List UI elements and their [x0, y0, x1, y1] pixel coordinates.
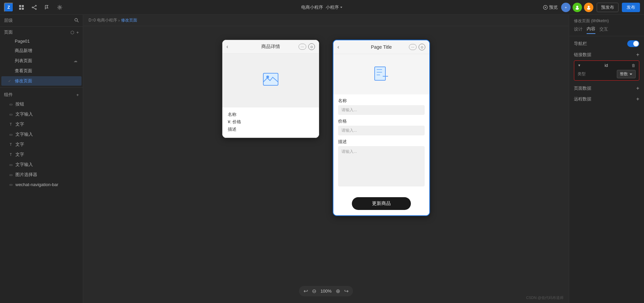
left-phone-back-button[interactable]: ‹	[226, 44, 228, 50]
breadcrumb-current: 修改页面	[121, 17, 137, 23]
link-data-item-id-header: ▼ id 🗑	[578, 63, 636, 68]
logo-button[interactable]: Z	[4, 3, 13, 12]
right-panel: 修改页面 (lih9ketm) 设计 内容 交互 导航栏 链接数据 +	[569, 15, 644, 303]
zoom-out-button[interactable]: ⊖	[312, 288, 316, 294]
pre-publish-button[interactable]: 预发布	[597, 3, 619, 12]
breadcrumb: D↑0 电商小程序 › 修改页面	[83, 15, 569, 26]
sidebar-comp-textinput-3[interactable]: ▭ 文字输入	[1, 160, 82, 169]
svg-point-12	[576, 6, 578, 8]
top-toolbar: Z 电商小程序 小程序 预览 +	[0, 0, 644, 15]
pages-section-add-button[interactable]: +	[76, 30, 79, 35]
avatar-2	[573, 3, 582, 12]
left-field-name-label: 名称	[228, 112, 314, 118]
sidebar-comp-nav-bar[interactable]: ▭ wechat-navigation-bar	[1, 180, 82, 189]
svg-point-13	[576, 8, 579, 10]
svg-line-17	[77, 21, 79, 22]
right-phone-frame[interactable]: ‹ Page Title ··· ⊙	[333, 40, 430, 216]
comp-text-2-icon: T	[8, 142, 13, 147]
sidebar-item-edit-page[interactable]: ✓ 修改页面	[1, 76, 82, 86]
left-phone-frame[interactable]: ‹ 商品详情 ··· ⊙	[222, 40, 319, 138]
tab-interact[interactable]: 交互	[599, 26, 608, 34]
left-phone-dots[interactable]: ···	[299, 44, 306, 50]
navbar-toggle[interactable]	[627, 40, 639, 47]
tab-content[interactable]: 内容	[587, 26, 595, 34]
comp-textinput-icon: ▭	[8, 112, 13, 117]
components-section-label: 组件	[4, 92, 13, 98]
right-field-price: 价格 请输入...	[338, 118, 425, 135]
link-data-delete-button[interactable]: 🗑	[632, 63, 636, 68]
right-field-desc-label: 描述	[338, 139, 425, 145]
mini-program-name: 电商小程序	[301, 4, 323, 10]
link-data-header: 链接数据 +	[574, 52, 639, 58]
sidebar-item-product-new[interactable]: 商品新增	[1, 46, 82, 55]
right-field-desc: 描述 请输入...	[338, 139, 425, 186]
svg-point-16	[75, 18, 77, 21]
sidebar-comp-text-3[interactable]: T 文字	[1, 150, 82, 159]
toolbar-center: 电商小程序 小程序	[301, 4, 343, 10]
right-phone-target[interactable]: ⊙	[419, 44, 425, 50]
sidebar-comp-textinput-2-label: 文字输入	[15, 131, 33, 137]
pages-section-actions: ⬡ +	[70, 30, 79, 35]
canvas-content: ‹ 商品详情 ··· ⊙	[83, 26, 569, 303]
link-data-type-select[interactable]: 整数	[617, 70, 636, 78]
sidebar-comp-text-3-label: 文字	[15, 152, 24, 158]
svg-rect-2	[19, 8, 21, 10]
left-phone-image-area	[222, 54, 319, 107]
remote-data-label: 远程数据	[574, 96, 591, 102]
comp-image-icon: ▭	[8, 172, 13, 177]
share-icon-button[interactable]	[30, 3, 39, 12]
sidebar-comp-text-1[interactable]: T 文字	[1, 120, 82, 129]
comp-button-icon: ▭	[8, 101, 13, 107]
right-panel-body: 导航栏 链接数据 + ▼ id 🗑	[569, 36, 644, 303]
link-data-label: 链接数据	[574, 52, 591, 58]
pages-section-copy-button[interactable]: ⬡	[70, 30, 74, 35]
tab-design[interactable]: 设计	[574, 26, 583, 34]
left-phone-navbar: ‹ 商品详情 ··· ⊙	[222, 40, 319, 54]
flag-icon-button[interactable]	[42, 3, 52, 12]
grid-icon-button[interactable]	[17, 3, 26, 12]
components-add-button[interactable]: +	[76, 92, 79, 97]
right-field-price-label: 价格	[338, 118, 425, 124]
components-section-header: 组件 +	[0, 89, 83, 99]
release-button[interactable]: 发布	[622, 3, 640, 12]
sidebar-search-button[interactable]	[74, 18, 79, 24]
svg-point-14	[588, 6, 590, 8]
link-data-collapse-arrow[interactable]: ▼	[578, 63, 581, 67]
mini-program-dropdown[interactable]: 小程序	[326, 4, 343, 10]
sidebar-item-page01[interactable]: Page01	[1, 37, 82, 45]
sidebar-comp-image-picker[interactable]: ▭ 图片选择器	[1, 170, 82, 179]
page-data-label: 页面数据	[574, 85, 591, 91]
sidebar-comp-button[interactable]: ▭ 按钮	[1, 99, 82, 109]
toolbar-right: 预览 + 预发布 发布	[543, 3, 640, 12]
breadcrumb-separator: ›	[118, 18, 120, 23]
redo-button[interactable]: ↪	[344, 288, 348, 294]
zoom-in-button[interactable]: ⊕	[336, 288, 340, 294]
sidebar-comp-text-2[interactable]: T 文字	[1, 140, 82, 149]
settings-icon-button[interactable]	[55, 3, 64, 12]
right-phone-dots[interactable]: ···	[409, 44, 417, 50]
sidebar-comp-text-2-label: 文字	[15, 141, 24, 147]
right-field-name-input: 请输入...	[338, 105, 425, 115]
page-data-add-button[interactable]: +	[636, 85, 639, 91]
preview-button[interactable]: 预览	[543, 4, 558, 10]
comp-text-3-icon: T	[8, 152, 13, 157]
right-phone-back-button[interactable]: ‹	[337, 44, 339, 50]
update-product-button[interactable]: 更新商品	[352, 197, 411, 210]
link-data-add-button[interactable]: +	[636, 52, 639, 58]
left-phone-body: 名称 ¥: 价格 描述	[222, 54, 319, 138]
sidebar-comp-textinput-3-label: 文字输入	[15, 162, 33, 168]
comp-nav-icon: ▭	[8, 182, 13, 187]
sidebar-divider	[0, 87, 83, 88]
sidebar-comp-text-1-label: 文字	[15, 121, 24, 127]
right-phone-image-area	[333, 54, 429, 94]
remote-data-add-button[interactable]: +	[636, 96, 639, 102]
link-data-type-label: 类型	[578, 71, 586, 77]
sidebar-comp-textinput-1[interactable]: ▭ 文字输入	[1, 110, 82, 119]
sidebar-item-list-page[interactable]: 列表页面 ☁	[1, 56, 82, 66]
left-phone-controls: ··· ⊙	[299, 43, 315, 50]
left-phone-target[interactable]: ⊙	[308, 43, 315, 50]
undo-button[interactable]: ↩	[304, 288, 308, 294]
navbar-label: 导航栏	[574, 41, 587, 47]
sidebar-comp-textinput-2[interactable]: ▭ 文字输入	[1, 130, 82, 139]
sidebar-item-view-page[interactable]: 查看页面	[1, 66, 82, 76]
